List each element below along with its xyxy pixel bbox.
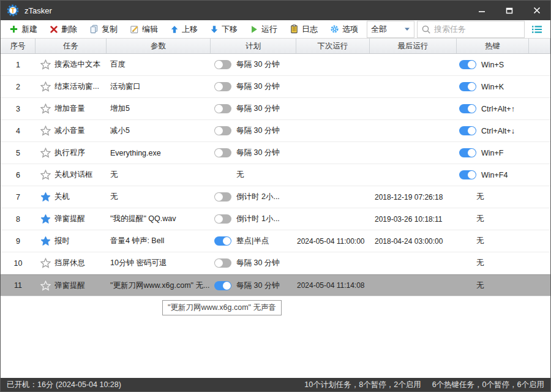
delete-task-label: 删除 (61, 24, 77, 35)
table-row[interactable]: 1 搜索选中文本 百度 每隔 30 分钟 Win+S (1, 54, 550, 76)
row-filler (529, 208, 550, 230)
options-button[interactable]: 选项 (326, 22, 362, 37)
schedule-toggle[interactable] (214, 192, 231, 202)
minimize-button[interactable] (468, 1, 495, 20)
task-name: 弹窗提醒 (54, 214, 85, 224)
task-name: 结束活动窗... (54, 81, 99, 92)
last-run: 2019-03-26 10:18:11 (370, 208, 457, 230)
task-name: 报时 (54, 236, 70, 246)
schedule-toggle[interactable] (214, 236, 231, 246)
star-icon[interactable] (40, 236, 51, 246)
schedule-toggle[interactable] (214, 60, 231, 69)
schedule-toggle[interactable] (214, 214, 231, 224)
schedule-toggle[interactable] (214, 258, 231, 268)
star-icon[interactable] (40, 104, 51, 114)
copy-task-button[interactable]: 复制 (86, 22, 121, 37)
table-row[interactable]: 9 报时 音量4 钟声: Bell 整点|半点 2024-05-04 11:00… (1, 230, 550, 252)
row-filler (529, 252, 550, 274)
plus-icon (9, 24, 18, 34)
schedule-toggle[interactable] (214, 281, 231, 290)
window-title: zTasker (24, 6, 52, 15)
star-icon[interactable] (40, 59, 51, 70)
hotkey-toggle[interactable] (459, 170, 476, 179)
hotkey-text: Win+F (481, 149, 503, 157)
arrow-up-icon (170, 25, 179, 34)
task-param: 音量4 钟声: Bell (107, 230, 211, 252)
filter-dropdown[interactable]: 全部 (367, 21, 414, 38)
schedule-text: 每隔 30 分钟 (236, 258, 280, 268)
task-name: 减小音量 (54, 126, 85, 136)
hotkey-toggle[interactable] (459, 148, 476, 157)
schedule-text: 每隔 30 分钟 (236, 81, 280, 92)
column-header-task[interactable]: 任务 (36, 39, 107, 53)
move-down-button[interactable]: 下移 (206, 22, 241, 37)
table-row[interactable]: 10 挡屏休息 10分钟 密码可退 每隔 30 分钟 无 (1, 252, 550, 274)
next-run (296, 142, 370, 164)
hotkey-toggle[interactable] (459, 126, 476, 135)
search-input[interactable] (434, 24, 520, 34)
play-icon (250, 25, 258, 34)
row-number: 6 (1, 164, 36, 186)
schedule-text: 倒计时 1小... (236, 214, 280, 224)
schedule-text: 每隔 30 分钟 (236, 104, 280, 114)
row-number: 8 (1, 208, 36, 230)
star-icon[interactable] (40, 192, 51, 202)
log-button[interactable]: 日志 (286, 22, 321, 37)
task-param: 减小5 (107, 120, 211, 141)
column-header-lastrun[interactable]: 最后运行 (370, 39, 457, 53)
star-icon[interactable] (40, 81, 51, 92)
star-icon[interactable] (40, 148, 51, 158)
schedule-text: 每隔 30 分钟 (236, 281, 280, 291)
star-icon[interactable] (40, 214, 51, 224)
table-row[interactable]: 2 结束活动窗... 活动窗口 每隔 30 分钟 Win+K (1, 76, 550, 98)
task-param: 无 (107, 186, 211, 208)
table-row[interactable]: 5 执行程序 Everything.exe 每隔 30 分钟 Win+F (1, 142, 550, 164)
star-icon[interactable] (40, 126, 51, 136)
star-icon[interactable] (40, 281, 51, 291)
schedule-text: 每隔 30 分钟 (236, 126, 280, 136)
schedule-toggle[interactable] (214, 148, 231, 157)
table-row[interactable]: 3 增加音量 增加5 每隔 30 分钟 Ctrl+Alt+↑ (1, 98, 550, 120)
view-list-button[interactable] (527, 21, 547, 38)
next-run: 2024-05-04 11:14:08 (296, 275, 370, 296)
search-icon (421, 24, 431, 34)
task-param: "我的提醒" QQ.wav (107, 208, 211, 230)
column-header-hotkey[interactable]: 热键 (457, 39, 529, 53)
edit-task-button[interactable]: 编辑 (126, 22, 162, 37)
next-run (296, 208, 370, 230)
table-row[interactable]: 6 关机对话框 无 无 Win+F4 (1, 164, 550, 186)
new-task-button[interactable]: 新建 (6, 22, 41, 37)
run-task-button[interactable]: 运行 (246, 22, 281, 37)
schedule-toggle[interactable] (214, 82, 231, 91)
hotkey-toggle[interactable] (459, 104, 476, 113)
maximize-button[interactable] (495, 1, 523, 20)
tooltip: "更新刀网www.x6g.com" 无声音 (162, 300, 282, 315)
move-up-button[interactable]: 上移 (167, 22, 201, 37)
table-row[interactable]: 8 弹窗提醒 "我的提醒" QQ.wav 倒计时 1小... 2019-03-2… (1, 208, 550, 230)
star-icon[interactable] (40, 258, 51, 268)
next-run (296, 252, 370, 274)
row-filler (529, 120, 550, 141)
hotkey-toggle[interactable] (459, 60, 476, 69)
table-body: 1 搜索选中文本 百度 每隔 30 分钟 Win+S 2 结束活动窗... 活动… (1, 54, 550, 378)
schedule-toggle[interactable] (214, 126, 231, 135)
delete-task-button[interactable]: 删除 (46, 22, 81, 37)
schedule-toggle[interactable] (214, 104, 231, 113)
move-down-label: 下移 (222, 24, 238, 35)
table-row[interactable]: 7 关机 无 倒计时 2小... 2018-12-19 07:26:18 无 (1, 186, 550, 208)
close-button[interactable] (523, 1, 550, 20)
table-row[interactable]: 11 弹窗提醒 "更新刀网www.x6g.com" 无... 每隔 30 分钟 … (1, 274, 550, 296)
last-run: 2018-12-19 07:26:18 (370, 186, 457, 208)
column-header-schedule[interactable]: 计划 (211, 39, 296, 53)
star-icon[interactable] (40, 170, 51, 180)
titlebar: T zTasker (1, 1, 550, 20)
hotkey-text: 无 (476, 258, 484, 268)
column-header-param[interactable]: 参数 (107, 39, 211, 53)
column-header-nextrun[interactable]: 下次运行 (296, 39, 370, 53)
log-label: 日志 (302, 24, 318, 35)
table-row[interactable]: 4 减小音量 减小5 每隔 30 分钟 Ctrl+Alt+↓ (1, 120, 550, 142)
hotkey-toggle[interactable] (459, 82, 476, 91)
row-filler (529, 98, 550, 119)
column-header-num[interactable]: 序号 (1, 39, 36, 53)
schedule-text: 倒计时 2小... (236, 192, 280, 202)
